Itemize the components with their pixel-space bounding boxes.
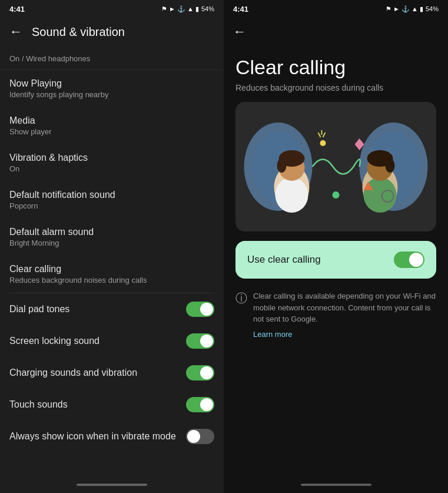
sidebar-item-clear-calling[interactable]: Clear calling Reduces background noises … <box>0 256 224 293</box>
cc-info-body: Clear calling is available depending on … <box>253 292 436 323</box>
toggle-item-charging-sounds[interactable]: Charging sounds and vibration <box>0 357 224 389</box>
back-button-left[interactable]: ← <box>9 24 22 39</box>
vibrate-mode-label: Always show icon when in vibrate mode <box>9 431 176 442</box>
learn-more-link[interactable]: Learn more <box>253 329 436 340</box>
left-home-indicator <box>0 479 224 493</box>
left-toolbar: ← Sound & vibration <box>0 16 224 47</box>
sidebar-item-vibration-haptics[interactable]: Vibration & haptics On <box>0 144 224 181</box>
battery-text: 54% <box>201 5 214 12</box>
now-playing-title: Now Playing <box>9 78 214 89</box>
notification-subtitle: Popcorn <box>9 201 214 210</box>
cc-info-section: ⓘ Clear calling is available depending o… <box>235 288 436 342</box>
svg-point-7 <box>277 158 287 173</box>
notification-title: Default notification sound <box>9 190 214 200</box>
toggle-item-dial-pad[interactable]: Dial pad tones <box>0 293 224 325</box>
screen-locking-toggle[interactable] <box>186 333 214 349</box>
right-status-bar: 4:41 ⚑ ► ⚓ ▲ ▮ 54% <box>224 0 448 16</box>
right-header: ← <box>224 16 448 47</box>
touch-sounds-toggle[interactable] <box>186 397 214 412</box>
sidebar-item-default-alarm[interactable]: Default alarm sound Bright Morning <box>0 219 224 256</box>
right-status-icons: ⚑ ► ⚓ ▲ ▮ 54% <box>386 5 439 13</box>
vibration-subtitle: On <box>9 164 214 173</box>
wired-headphones-row[interactable]: On / Wired headphones <box>0 47 224 70</box>
right-battery-text: 54% <box>426 5 439 12</box>
use-clear-calling-toggle[interactable] <box>394 252 424 268</box>
sidebar-item-default-notification[interactable]: Default notification sound Popcorn <box>0 181 224 219</box>
now-playing-subtitle: Identify songs playing nearby <box>9 90 214 99</box>
left-time: 4:41 <box>9 5 25 14</box>
left-status-icons: ⚑ ► ⚓ ▲ ▮ 54% <box>161 5 214 13</box>
left-home-bar <box>77 484 147 486</box>
vibration-title: Vibration & haptics <box>9 153 214 163</box>
vibrate-mode-toggle[interactable] <box>186 429 214 444</box>
cc-illustration-svg <box>235 102 436 231</box>
svg-point-4 <box>276 177 308 213</box>
wired-headphones-label: On / Wired headphones <box>9 54 90 63</box>
toggle-item-touch-sounds[interactable]: Touch sounds <box>0 389 224 421</box>
info-icon: ⓘ <box>235 290 247 340</box>
cc-info-text-block: Clear calling is available depending on … <box>253 290 436 340</box>
sidebar-item-media[interactable]: Media Show player <box>0 107 224 144</box>
right-home-indicator <box>224 479 448 493</box>
toggle-item-vibrate-mode[interactable]: Always show icon when in vibrate mode <box>0 421 224 452</box>
screen-locking-label: Screen locking sound <box>9 336 99 346</box>
cc-page-title: Clear calling <box>235 57 436 78</box>
alarm-title: Default alarm sound <box>9 227 214 237</box>
right-time: 4:41 <box>233 5 248 14</box>
clear-calling-content: Clear calling Reduces background noises … <box>224 47 448 479</box>
svg-point-15 <box>320 140 326 146</box>
right-signal-icons: ⚑ ► ⚓ ▲ ▮ <box>386 5 423 13</box>
left-panel: 4:41 ⚑ ► ⚓ ▲ ▮ 54% ← Sound & vibration O… <box>0 0 224 493</box>
page-title-left: Sound & vibration <box>32 25 125 39</box>
clear-calling-subtitle: Reduces background noises during calls <box>9 276 214 284</box>
sidebar-item-now-playing[interactable]: Now Playing Identify songs playing nearb… <box>0 70 224 107</box>
svg-point-17 <box>333 191 340 198</box>
media-subtitle: Show player <box>9 127 214 136</box>
media-title: Media <box>9 115 214 126</box>
touch-sounds-label: Touch sounds <box>9 399 68 410</box>
cc-page-subtitle: Reduces background noises during calls <box>235 83 436 92</box>
use-clear-calling-row[interactable]: Use clear calling <box>235 241 436 279</box>
dial-pad-label: Dial pad tones <box>9 304 69 315</box>
svg-point-14 <box>386 158 395 173</box>
charging-sounds-label: Charging sounds and vibration <box>9 368 137 378</box>
toggle-item-screen-locking[interactable]: Screen locking sound <box>0 325 224 357</box>
right-panel: 4:41 ⚑ ► ⚓ ▲ ▮ 54% ← Clear calling Reduc… <box>224 0 448 493</box>
settings-content: On / Wired headphones Now Playing Identi… <box>0 47 224 479</box>
left-status-bar: 4:41 ⚑ ► ⚓ ▲ ▮ 54% <box>0 0 224 16</box>
use-clear-calling-label: Use clear calling <box>247 254 321 266</box>
charging-sounds-toggle[interactable] <box>186 365 214 380</box>
back-button-right[interactable]: ← <box>233 24 246 39</box>
right-home-bar <box>301 484 371 486</box>
alarm-subtitle: Bright Morning <box>9 239 214 247</box>
clear-calling-title: Clear calling <box>9 264 214 274</box>
dial-pad-toggle[interactable] <box>186 302 214 317</box>
cc-illustration <box>235 102 436 231</box>
signal-icons: ⚑ ► ⚓ ▲ ▮ <box>161 5 199 13</box>
